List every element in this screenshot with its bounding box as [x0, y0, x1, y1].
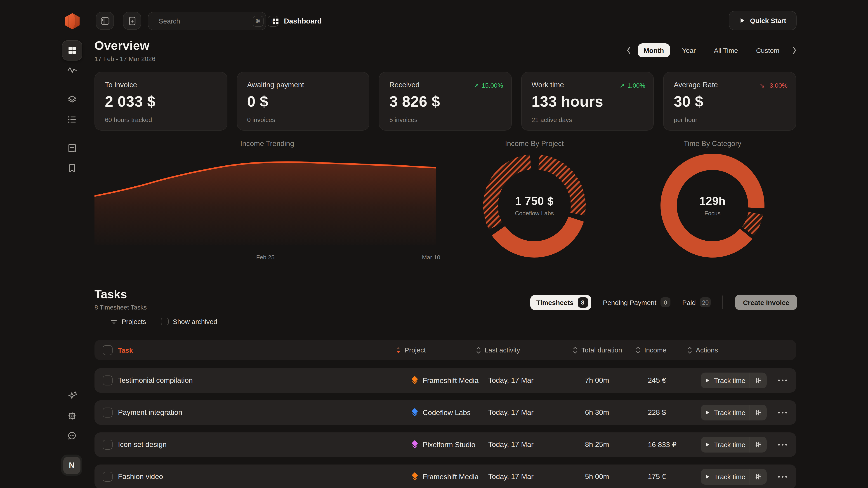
donut2-label: Focus — [700, 210, 725, 217]
tasks-table-body: Testimonial compilation Frameshift Media… — [94, 368, 796, 488]
search-bar[interactable]: ⌘ K — [148, 12, 266, 30]
search-input[interactable] — [159, 17, 249, 25]
project-name: Pixelform Studio — [423, 441, 475, 449]
stat-label: Awaiting payment — [247, 81, 360, 89]
row-checkbox[interactable] — [103, 376, 113, 385]
app-logo[interactable] — [63, 12, 81, 30]
new-document-button[interactable] — [123, 12, 141, 30]
sidebar-item-activity[interactable] — [62, 60, 82, 80]
income-value: 16 833 ₽ — [648, 440, 677, 449]
breadcrumb: Dashboard — [272, 17, 322, 25]
shortcut-cmd-key: ⌘ — [253, 15, 264, 26]
user-avatar[interactable]: N — [61, 455, 82, 476]
projects-filter[interactable]: Projects — [110, 318, 146, 325]
track-options-button[interactable] — [750, 473, 767, 480]
period-tab-year[interactable]: Year — [676, 43, 702, 57]
sort-icon — [636, 346, 641, 354]
sidebar-item-support[interactable] — [62, 426, 82, 446]
table-row[interactable]: Payment integration Codeflow Labs Today,… — [94, 400, 796, 425]
overview-date-range: 17 Feb - 17 Mar 2026 — [94, 55, 155, 62]
row-menu-button[interactable] — [778, 444, 787, 446]
layers-icon — [67, 94, 77, 105]
period-tab-month[interactable]: Month — [638, 43, 670, 57]
toggle-sidebar-button[interactable] — [96, 12, 114, 30]
track-time-button[interactable]: Track time — [701, 404, 767, 420]
stat-sub: per hour — [674, 116, 698, 123]
play-icon — [739, 18, 745, 24]
table-row[interactable]: Testimonial compilation Frameshift Media… — [94, 368, 796, 393]
tab-paid[interactable]: Paid 20 — [682, 297, 711, 307]
sidebar-item-assistant[interactable] — [62, 385, 82, 406]
trend-up-icon: ↗ — [619, 82, 625, 89]
track-time-button[interactable]: Track time — [701, 469, 767, 485]
show-archived-toggle[interactable]: Show archived — [161, 318, 217, 325]
gear-icon — [67, 411, 77, 421]
chevron-left-icon[interactable] — [626, 46, 631, 55]
show-archived-checkbox[interactable] — [161, 318, 168, 325]
dashboard-grid-icon — [272, 18, 279, 25]
table-row[interactable]: Fashion video Frameshift Media Today, 17… — [94, 464, 796, 488]
track-time-button[interactable]: Track time — [701, 437, 767, 453]
quick-start-button[interactable]: Quick Start — [729, 11, 797, 30]
column-project[interactable]: Project — [396, 346, 426, 354]
create-invoice-button[interactable]: Create Invoice — [735, 295, 797, 310]
row-menu-button[interactable] — [778, 476, 787, 478]
sliders-icon — [755, 441, 762, 448]
period-tab-all-time[interactable]: All Time — [708, 43, 744, 57]
sidebar-item-projects[interactable] — [62, 90, 82, 110]
page-title: Dashboard — [284, 17, 322, 25]
tab-count-badge: 20 — [700, 297, 711, 307]
sidebar-item-dashboard[interactable] — [62, 40, 82, 61]
sidebar-item-invoices[interactable] — [62, 138, 82, 159]
track-time-button[interactable]: Track time — [701, 372, 767, 388]
avatar-initial: N — [63, 457, 80, 474]
column-actions[interactable]: Actions — [687, 346, 718, 354]
income-value: 228 $ — [648, 409, 666, 417]
column-last-activity[interactable]: Last activity — [476, 346, 520, 354]
row-menu-button[interactable] — [778, 412, 787, 414]
quick-start-label: Quick Start — [750, 17, 786, 24]
column-total-duration[interactable]: Total duration — [573, 346, 622, 354]
track-options-button[interactable] — [750, 409, 767, 416]
income-trending-chart — [94, 160, 436, 246]
donut1-title: Income By Project — [505, 140, 564, 148]
sidebar-item-tasks[interactable] — [62, 109, 82, 130]
last-activity: Today, 17 Mar — [488, 377, 533, 385]
stat-sub: 60 hours tracked — [105, 116, 152, 123]
stat-sub: 0 invoices — [247, 116, 275, 123]
track-options-button[interactable] — [750, 441, 767, 448]
track-options-button[interactable] — [750, 377, 767, 384]
donut2-value: 129h — [700, 195, 725, 207]
column-income[interactable]: Income — [636, 346, 666, 354]
sidebar-item-bookmarks[interactable] — [62, 158, 82, 178]
row-checkbox[interactable] — [103, 408, 113, 418]
play-icon — [705, 410, 710, 415]
project-diamond-icon — [411, 472, 418, 482]
sort-icon — [687, 346, 692, 354]
tasks-tabbar: Timesheets 8 Pending Payment 0 Paid 20 C… — [530, 295, 797, 310]
select-all-checkbox[interactable] — [103, 345, 113, 355]
charts-row: Income Trending Income By Project Time B… — [94, 138, 796, 266]
tab-timesheets[interactable]: Timesheets 8 — [530, 295, 591, 310]
row-checkbox[interactable] — [103, 472, 113, 482]
sidebar-item-settings[interactable] — [62, 406, 82, 426]
file-plus-icon — [127, 15, 137, 26]
column-task[interactable]: Task — [118, 346, 133, 354]
tab-pending-payment[interactable]: Pending Payment 0 — [603, 297, 671, 307]
period-selector: Month Year All Time Custom — [626, 43, 797, 57]
track-time-label: Track time — [714, 473, 745, 481]
chevron-right-icon[interactable] — [792, 46, 797, 55]
donut1-center: 1 750 $ Codeflow Labs — [515, 195, 554, 217]
stat-delta-badge: ↗15.00% — [473, 82, 503, 89]
sort-icon — [573, 346, 578, 354]
row-checkbox[interactable] — [103, 440, 113, 450]
row-menu-button[interactable] — [778, 380, 787, 381]
sliders-icon — [755, 409, 762, 416]
period-tab-custom[interactable]: Custom — [750, 43, 785, 57]
receipt-icon — [67, 143, 77, 154]
income-value: 175 € — [648, 473, 666, 481]
project-diamond-icon — [411, 408, 418, 417]
play-icon — [705, 378, 710, 383]
filter-icon — [110, 318, 118, 325]
table-row[interactable]: Icon set design Pixelform Studio Today, … — [94, 432, 796, 457]
